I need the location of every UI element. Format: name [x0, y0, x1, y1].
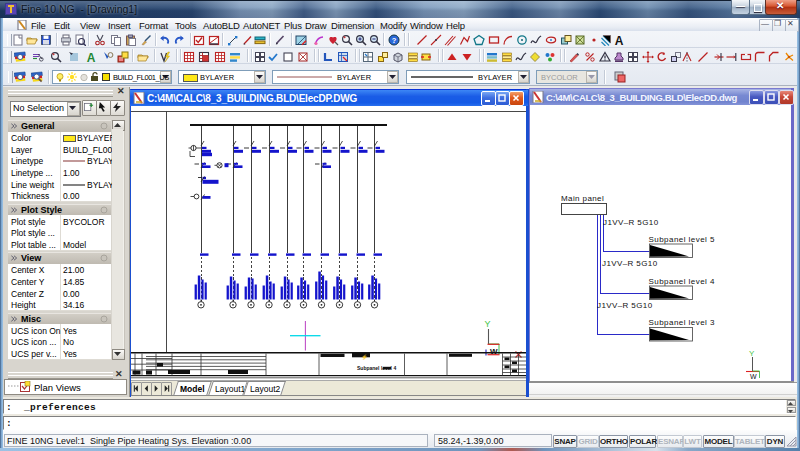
svg-text:W: W [490, 347, 498, 356]
svg-text:A: A [86, 51, 95, 63]
svg-text:J1VV–R 5G10: J1VV–R 5G10 [603, 218, 659, 227]
svg-text:Main panel: Main panel [561, 194, 604, 203]
svg-text:?: ? [392, 36, 397, 45]
svg-text:Subpanel level 4: Subpanel level 4 [649, 277, 715, 286]
svg-text:J1VV–R 5G10: J1VV–R 5G10 [602, 259, 658, 268]
svg-text:Subpanel level 5: Subpanel level 5 [649, 235, 715, 244]
svg-text:Subpanel level 3: Subpanel level 3 [649, 318, 715, 327]
svg-text:J1VV–R 5G10: J1VV–R 5G10 [597, 301, 653, 310]
svg-text:Y: Y [749, 349, 755, 358]
svg-text:Subpanel level 4: Subpanel level 4 [357, 365, 396, 371]
svg-text:⚡: ⚡ [361, 353, 368, 361]
svg-text:Y: Y [485, 319, 491, 329]
svg-text:W: W [750, 373, 757, 380]
svg-text:A: A [615, 34, 624, 46]
